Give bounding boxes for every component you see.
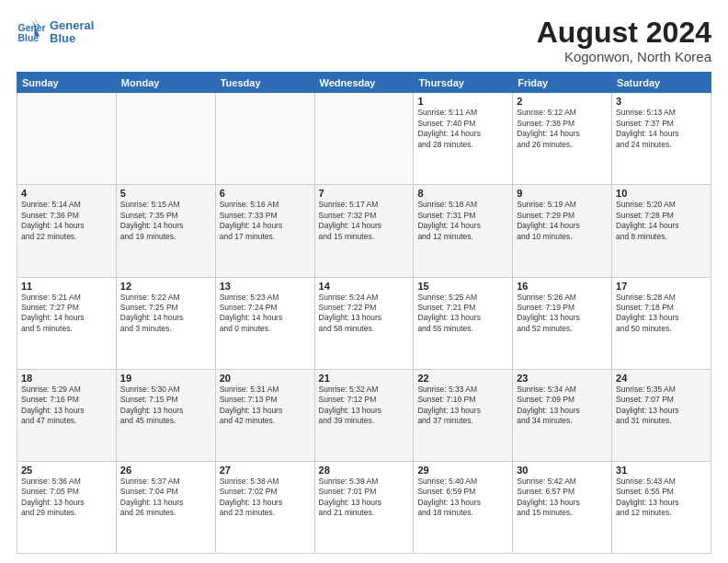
weekday-header-sunday: Sunday	[17, 73, 117, 93]
calendar-table: SundayMondayTuesdayWednesdayThursdayFrid…	[17, 72, 711, 554]
calendar-cell: 18Sunrise: 5:29 AM Sunset: 7:16 PM Dayli…	[17, 369, 117, 461]
day-number: 9	[517, 188, 608, 199]
weekday-header-saturday: Saturday	[612, 73, 711, 93]
day-number: 3	[616, 96, 707, 107]
day-number: 2	[517, 96, 608, 107]
logo: General Blue General Blue	[17, 17, 94, 46]
day-number: 12	[120, 281, 211, 292]
main-title: August 2024	[537, 17, 711, 49]
weekday-header-monday: Monday	[116, 73, 215, 93]
calendar-cell: 25Sunrise: 5:36 AM Sunset: 7:05 PM Dayli…	[17, 461, 117, 553]
page: General Blue General Blue August 2024 Ko…	[0, 0, 728, 563]
calendar-week-row: 25Sunrise: 5:36 AM Sunset: 7:05 PM Dayli…	[17, 461, 711, 553]
day-info: Sunrise: 5:20 AM Sunset: 7:28 PM Dayligh…	[616, 200, 707, 242]
day-number: 29	[417, 465, 508, 476]
calendar-week-row: 11Sunrise: 5:21 AM Sunset: 7:27 PM Dayli…	[17, 277, 711, 369]
calendar-cell: 9Sunrise: 5:19 AM Sunset: 7:29 PM Daylig…	[513, 185, 612, 277]
day-info: Sunrise: 5:21 AM Sunset: 7:27 PM Dayligh…	[21, 293, 112, 335]
day-info: Sunrise: 5:24 AM Sunset: 7:22 PM Dayligh…	[319, 293, 410, 335]
calendar-cell: 21Sunrise: 5:32 AM Sunset: 7:12 PM Dayli…	[314, 369, 414, 461]
calendar-cell: 6Sunrise: 5:16 AM Sunset: 7:33 PM Daylig…	[215, 185, 314, 277]
day-info: Sunrise: 5:25 AM Sunset: 7:21 PM Dayligh…	[417, 293, 508, 335]
day-number: 4	[21, 188, 112, 199]
calendar-cell: 26Sunrise: 5:37 AM Sunset: 7:04 PM Dayli…	[116, 461, 215, 553]
day-number: 27	[220, 465, 311, 476]
calendar-cell: 11Sunrise: 5:21 AM Sunset: 7:27 PM Dayli…	[17, 277, 117, 369]
day-info: Sunrise: 5:29 AM Sunset: 7:16 PM Dayligh…	[21, 385, 112, 427]
day-info: Sunrise: 5:35 AM Sunset: 7:07 PM Dayligh…	[616, 385, 707, 427]
calendar-cell: 23Sunrise: 5:34 AM Sunset: 7:09 PM Dayli…	[513, 369, 612, 461]
day-info: Sunrise: 5:31 AM Sunset: 7:13 PM Dayligh…	[220, 385, 311, 427]
day-number: 22	[417, 373, 508, 384]
calendar-cell	[116, 93, 215, 185]
day-info: Sunrise: 5:42 AM Sunset: 6:57 PM Dayligh…	[517, 477, 608, 519]
day-info: Sunrise: 5:26 AM Sunset: 7:19 PM Dayligh…	[517, 293, 608, 335]
calendar-cell: 15Sunrise: 5:25 AM Sunset: 7:21 PM Dayli…	[414, 277, 513, 369]
weekday-header-row: SundayMondayTuesdayWednesdayThursdayFrid…	[17, 73, 711, 93]
day-info: Sunrise: 5:34 AM Sunset: 7:09 PM Dayligh…	[517, 385, 608, 427]
logo-text-line1: General	[50, 19, 94, 32]
day-number: 30	[517, 465, 608, 476]
calendar-cell: 8Sunrise: 5:18 AM Sunset: 7:31 PM Daylig…	[414, 185, 513, 277]
day-info: Sunrise: 5:13 AM Sunset: 7:37 PM Dayligh…	[616, 108, 707, 150]
day-number: 15	[417, 281, 508, 292]
calendar-cell: 31Sunrise: 5:43 AM Sunset: 6:55 PM Dayli…	[612, 461, 711, 553]
calendar-cell: 19Sunrise: 5:30 AM Sunset: 7:15 PM Dayli…	[116, 369, 215, 461]
calendar-cell: 1Sunrise: 5:11 AM Sunset: 7:40 PM Daylig…	[414, 93, 513, 185]
weekday-header-wednesday: Wednesday	[314, 73, 414, 93]
day-number: 26	[120, 465, 211, 476]
calendar-cell: 12Sunrise: 5:22 AM Sunset: 7:25 PM Dayli…	[116, 277, 215, 369]
day-info: Sunrise: 5:11 AM Sunset: 7:40 PM Dayligh…	[417, 108, 508, 150]
calendar-cell: 30Sunrise: 5:42 AM Sunset: 6:57 PM Dayli…	[513, 461, 612, 553]
day-info: Sunrise: 5:39 AM Sunset: 7:01 PM Dayligh…	[319, 477, 410, 519]
day-number: 19	[120, 373, 211, 384]
calendar-cell: 7Sunrise: 5:17 AM Sunset: 7:32 PM Daylig…	[314, 185, 414, 277]
calendar-cell: 13Sunrise: 5:23 AM Sunset: 7:24 PM Dayli…	[215, 277, 314, 369]
calendar-cell: 10Sunrise: 5:20 AM Sunset: 7:28 PM Dayli…	[612, 185, 711, 277]
day-number: 10	[616, 188, 707, 199]
calendar-cell: 22Sunrise: 5:33 AM Sunset: 7:10 PM Dayli…	[414, 369, 513, 461]
day-info: Sunrise: 5:37 AM Sunset: 7:04 PM Dayligh…	[120, 477, 211, 519]
day-number: 18	[21, 373, 112, 384]
calendar-cell	[215, 93, 314, 185]
calendar-cell	[314, 93, 414, 185]
logo-text-line2: Blue	[50, 32, 94, 45]
day-info: Sunrise: 5:36 AM Sunset: 7:05 PM Dayligh…	[21, 477, 112, 519]
calendar-cell	[17, 93, 117, 185]
day-info: Sunrise: 5:17 AM Sunset: 7:32 PM Dayligh…	[319, 200, 410, 242]
day-number: 23	[517, 373, 608, 384]
day-info: Sunrise: 5:38 AM Sunset: 7:02 PM Dayligh…	[220, 477, 311, 519]
day-info: Sunrise: 5:14 AM Sunset: 7:36 PM Dayligh…	[21, 200, 112, 242]
day-number: 14	[319, 281, 410, 292]
day-number: 20	[220, 373, 311, 384]
day-info: Sunrise: 5:33 AM Sunset: 7:10 PM Dayligh…	[417, 385, 508, 427]
calendar-cell: 24Sunrise: 5:35 AM Sunset: 7:07 PM Dayli…	[612, 369, 711, 461]
day-info: Sunrise: 5:23 AM Sunset: 7:24 PM Dayligh…	[220, 293, 311, 335]
calendar-cell: 14Sunrise: 5:24 AM Sunset: 7:22 PM Dayli…	[314, 277, 414, 369]
day-number: 1	[417, 96, 508, 107]
day-info: Sunrise: 5:19 AM Sunset: 7:29 PM Dayligh…	[517, 200, 608, 242]
weekday-header-thursday: Thursday	[414, 73, 513, 93]
calendar-cell: 2Sunrise: 5:12 AM Sunset: 7:38 PM Daylig…	[513, 93, 612, 185]
calendar-cell: 16Sunrise: 5:26 AM Sunset: 7:19 PM Dayli…	[513, 277, 612, 369]
day-number: 11	[21, 281, 112, 292]
calendar-week-row: 1Sunrise: 5:11 AM Sunset: 7:40 PM Daylig…	[17, 93, 711, 185]
calendar-cell: 3Sunrise: 5:13 AM Sunset: 7:37 PM Daylig…	[612, 93, 711, 185]
title-block: August 2024 Kogonwon, North Korea	[537, 17, 711, 64]
day-number: 6	[220, 188, 311, 199]
day-info: Sunrise: 5:28 AM Sunset: 7:18 PM Dayligh…	[616, 293, 707, 335]
day-number: 25	[21, 465, 112, 476]
day-number: 28	[319, 465, 410, 476]
day-info: Sunrise: 5:40 AM Sunset: 6:59 PM Dayligh…	[417, 477, 508, 519]
calendar-week-row: 18Sunrise: 5:29 AM Sunset: 7:16 PM Dayli…	[17, 369, 711, 461]
calendar-cell: 20Sunrise: 5:31 AM Sunset: 7:13 PM Dayli…	[215, 369, 314, 461]
day-number: 24	[616, 373, 707, 384]
day-number: 13	[220, 281, 311, 292]
subtitle: Kogonwon, North Korea	[537, 49, 711, 64]
day-number: 17	[616, 281, 707, 292]
logo-icon: General Blue	[17, 17, 46, 46]
day-info: Sunrise: 5:18 AM Sunset: 7:31 PM Dayligh…	[417, 200, 508, 242]
weekday-header-friday: Friday	[513, 73, 612, 93]
day-number: 7	[319, 188, 410, 199]
day-info: Sunrise: 5:12 AM Sunset: 7:38 PM Dayligh…	[517, 108, 608, 150]
